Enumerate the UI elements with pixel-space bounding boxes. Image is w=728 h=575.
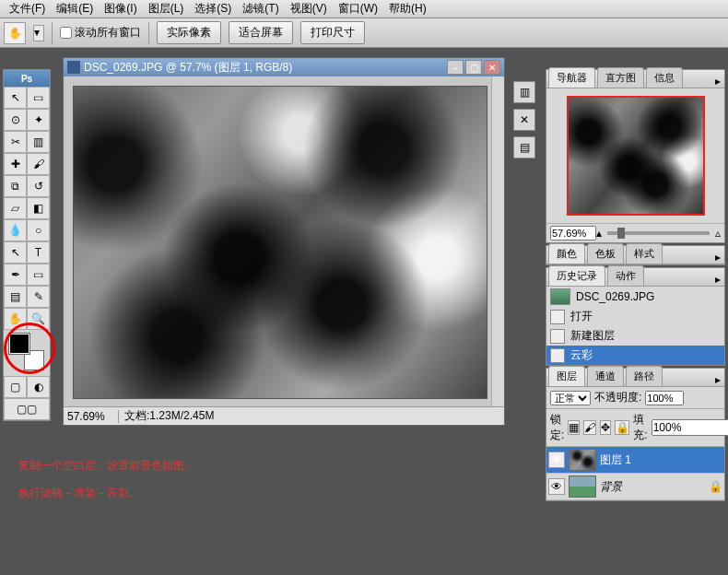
zoom-in-icon[interactable]: ▵ [715, 227, 721, 240]
tab-swatches[interactable]: 色板 [587, 243, 624, 264]
tab-actions[interactable]: 动作 [607, 265, 644, 286]
document-titlebar[interactable]: DSC_0269.JPG @ 57.7% (图层 1, RGB/8) – ▢ ✕ [64, 58, 504, 76]
visibility-toggle-icon[interactable]: 👁 [548, 478, 565, 495]
menu-help[interactable]: 帮助(H) [383, 0, 432, 18]
brush-tool-icon[interactable]: 🖌 [27, 153, 50, 175]
dock-toolbar: ▥ ✕ ▤ [513, 81, 537, 164]
lock-transparency-icon[interactable]: ▦ [568, 420, 580, 435]
color-panel: 颜色 色板 样式 ▸ [546, 245, 725, 265]
menu-file[interactable]: 文件(F) [4, 0, 51, 18]
annotation-text: 复制一个空白层，设置前景色如图。 执行滤镜－渲染－云彩。 [18, 452, 195, 507]
vertical-scrollbar[interactable] [491, 76, 504, 406]
panel-menu-icon[interactable]: ▸ [715, 75, 721, 88]
stamp-tool-icon[interactable]: ⧉ [4, 175, 27, 197]
menu-select[interactable]: 选择(S) [189, 0, 237, 18]
hand-tool-icon[interactable]: ✋ [4, 22, 26, 44]
document-icon [67, 61, 80, 74]
lock-image-icon[interactable]: 🖌 [583, 420, 596, 435]
tab-layers[interactable]: 图层 [548, 366, 585, 386]
path-tool-icon[interactable]: ↖ [4, 241, 27, 264]
tool-presets-palette-icon[interactable]: ✕ [513, 109, 535, 131]
scroll-all-windows-checkbox[interactable]: 滚动所有窗口 [60, 25, 141, 41]
crop-tool-icon[interactable]: ✂ [4, 131, 27, 153]
healing-tool-icon[interactable]: ✚ [4, 153, 27, 175]
history-row[interactable]: 新建图层 [546, 326, 724, 346]
tab-channels[interactable]: 通道 [587, 366, 624, 386]
history-row[interactable]: 云彩 [546, 346, 724, 365]
zoom-out-icon[interactable]: ▴ [596, 227, 602, 240]
zoom-tool-icon[interactable]: 🔍 [27, 308, 50, 330]
actual-pixels-button[interactable]: 实际像素 [157, 21, 221, 44]
scroll-all-checkbox-input[interactable] [60, 27, 72, 39]
magic-wand-tool-icon[interactable]: ✦ [27, 109, 50, 131]
history-item-label: 云彩 [570, 347, 593, 363]
fit-screen-button[interactable]: 适合屏幕 [229, 21, 293, 44]
hand-tool-icon[interactable]: ✋ [4, 308, 27, 330]
visibility-toggle-icon[interactable]: 👁 [548, 452, 565, 468]
layer-row[interactable]: 👁 图层 1 [546, 447, 724, 474]
shape-tool-icon[interactable]: ▭ [27, 264, 50, 286]
layer-name-label[interactable]: 背景 [600, 479, 705, 495]
eraser-tool-icon[interactable]: ▱ [4, 197, 27, 219]
layer-thumbnail[interactable] [569, 449, 596, 471]
opacity-input[interactable] [645, 391, 684, 405]
tab-navigator[interactable]: 导航器 [548, 67, 595, 88]
blend-mode-select[interactable]: 正常 [550, 391, 591, 405]
history-row[interactable]: 打开 [546, 307, 724, 326]
layer-thumbnail[interactable] [569, 475, 596, 498]
layer-row[interactable]: 👁 背景 🔒 [546, 474, 724, 500]
standard-mode-icon[interactable]: ▢ [4, 376, 27, 398]
notes-tool-icon[interactable]: ▤ [4, 286, 27, 308]
menu-view[interactable]: 视图(V) [285, 0, 333, 18]
gradient-tool-icon[interactable]: ◧ [27, 197, 50, 219]
type-tool-icon[interactable]: T [27, 241, 50, 264]
canvas[interactable] [73, 86, 487, 399]
panel-menu-icon[interactable]: ▸ [715, 373, 721, 386]
foreground-color-swatch[interactable] [9, 334, 29, 354]
screen-mode-icon[interactable]: ▢▢ [4, 398, 50, 420]
tab-info[interactable]: 信息 [646, 67, 683, 88]
menu-window[interactable]: 窗口(W) [333, 0, 383, 18]
tab-histogram[interactable]: 直方图 [597, 67, 644, 88]
quickmask-mode-icon[interactable]: ◐ [27, 376, 50, 398]
fill-input[interactable] [652, 419, 728, 436]
history-brush-tool-icon[interactable]: ↺ [27, 175, 50, 197]
pen-tool-icon[interactable]: ✒ [4, 264, 27, 286]
panel-menu-icon[interactable]: ▸ [715, 273, 721, 286]
menu-image[interactable]: 图像(I) [99, 0, 142, 18]
minimize-button[interactable]: – [447, 60, 464, 75]
panel-menu-icon[interactable]: ▸ [715, 251, 721, 264]
move-tool-icon[interactable]: ↖ [4, 87, 27, 109]
history-item-label: 打开 [570, 309, 593, 324]
layer-name-label[interactable]: 图层 1 [600, 452, 722, 468]
maximize-button[interactable]: ▢ [465, 60, 482, 75]
tab-paths[interactable]: 路径 [626, 366, 663, 386]
tab-styles[interactable]: 样式 [626, 243, 663, 264]
annotation-line-1: 复制一个空白层，设置前景色如图。 [18, 452, 195, 479]
menu-filter[interactable]: 滤镜(T) [237, 0, 284, 18]
menu-layer[interactable]: 图层(L) [143, 0, 190, 18]
brushes-palette-icon[interactable]: ▥ [513, 81, 535, 103]
tool-preset-dropdown[interactable]: ▾ [33, 25, 44, 41]
marquee-tool-icon[interactable]: ▭ [27, 87, 50, 109]
lock-all-icon[interactable]: 🔒 [615, 420, 629, 435]
navigator-zoom-input[interactable] [550, 226, 596, 241]
lasso-tool-icon[interactable]: ⊙ [4, 109, 27, 131]
tab-history[interactable]: 历史记录 [548, 265, 605, 286]
lock-position-icon[interactable]: ✥ [600, 420, 611, 435]
tab-color[interactable]: 颜色 [548, 243, 585, 264]
close-button[interactable]: ✕ [484, 60, 500, 75]
eyedropper-tool-icon[interactable]: ✎ [27, 286, 50, 308]
dodge-tool-icon[interactable]: ○ [27, 219, 50, 241]
zoom-level-input[interactable]: 57.69% [64, 410, 119, 423]
slice-tool-icon[interactable]: ▥ [27, 131, 50, 153]
layer-comps-palette-icon[interactable]: ▤ [513, 136, 535, 158]
menu-edit[interactable]: 编辑(E) [51, 0, 99, 18]
navigator-thumbnail[interactable] [567, 96, 705, 216]
blur-tool-icon[interactable]: 💧 [4, 219, 27, 241]
history-panel: 历史记录 动作 ▸ DSC_0269.JPG 打开 新建图层 云彩 [546, 267, 725, 366]
history-snapshot-row[interactable]: DSC_0269.JPG [546, 287, 724, 307]
navigator-zoom-slider[interactable] [607, 231, 710, 235]
status-bar: 57.69% 文档:1.23M/2.45M [64, 406, 504, 425]
print-size-button[interactable]: 打印尺寸 [300, 21, 365, 44]
